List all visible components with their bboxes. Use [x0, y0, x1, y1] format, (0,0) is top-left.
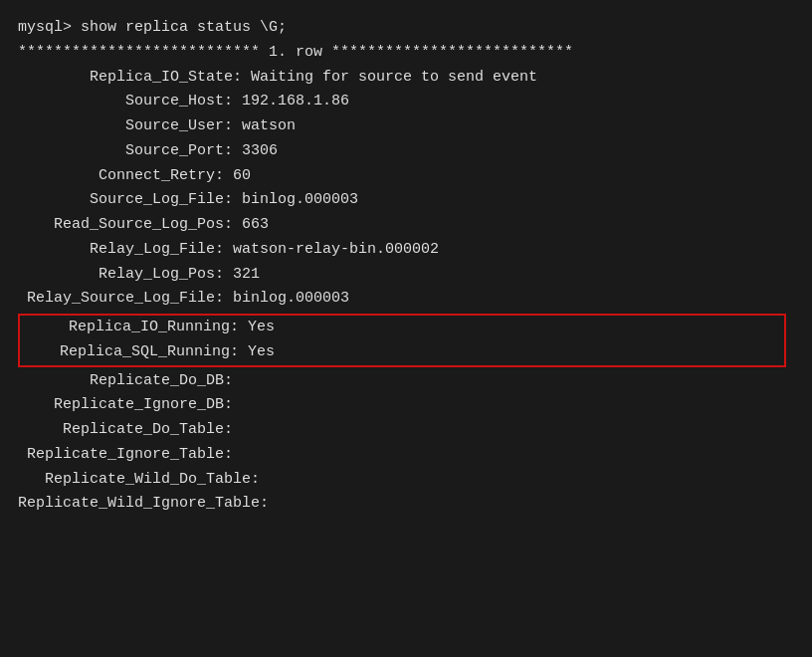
- output-row: Replicate_Do_Table:: [18, 418, 794, 443]
- output-row: Replicate_Wild_Ignore_Table:: [18, 492, 794, 517]
- highlighted-row: Replica_IO_Running: Yes: [24, 316, 780, 340]
- output-row: Relay_Log_File: watson-relay-bin.000002: [18, 238, 794, 263]
- separator-line: *************************** 1. row *****…: [18, 41, 794, 66]
- output-row: Source_Log_File: binlog.000003: [18, 188, 794, 213]
- terminal-window: mysql> show replica status \G; *********…: [0, 0, 812, 657]
- prompt-line: mysql> show replica status \G;: [18, 16, 794, 41]
- output-row: Replicate_Ignore_DB:: [18, 393, 794, 418]
- output-row: Replicate_Wild_Do_Table:: [18, 468, 794, 493]
- output-row: Replicate_Do_DB:: [18, 369, 794, 394]
- output-row: Connect_Retry: 60: [18, 164, 794, 189]
- output-rows: Replica_IO_State: Waiting for source to …: [18, 66, 794, 518]
- output-row: Replicate_Ignore_Table:: [18, 443, 794, 468]
- highlight-box: Replica_IO_Running: Yes Replica_SQL_Runn…: [18, 314, 786, 367]
- output-row: Relay_Source_Log_File: binlog.000003: [18, 287, 794, 312]
- output-row: Source_Host: 192.168.1.86: [18, 90, 794, 114]
- output-row: Replica_IO_State: Waiting for source to …: [18, 66, 794, 91]
- output-row: Source_Port: 3306: [18, 139, 794, 164]
- output-row: Source_User: watson: [18, 114, 794, 139]
- output-row: Relay_Log_Pos: 321: [18, 263, 794, 288]
- output-row: Read_Source_Log_Pos: 663: [18, 213, 794, 238]
- highlighted-row: Replica_SQL_Running: Yes: [24, 340, 780, 365]
